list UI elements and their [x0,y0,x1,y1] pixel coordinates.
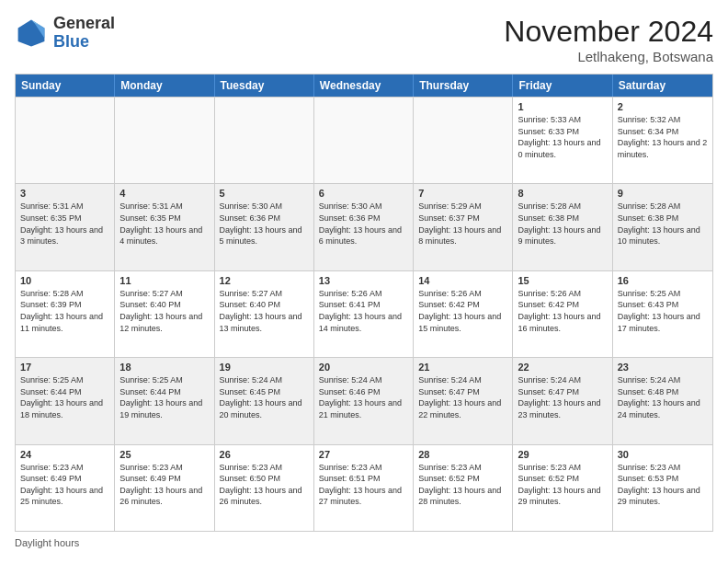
day-number: 18 [119,362,209,373]
day-info: Sunrise: 5:32 AM Sunset: 6:34 PM Dayligh… [618,114,708,160]
day-cell-11: 11Sunrise: 5:27 AM Sunset: 6:40 PM Dayli… [115,271,214,357]
day-number: 16 [618,275,708,286]
day-number: 5 [220,188,309,199]
day-info: Sunrise: 5:23 AM Sunset: 6:49 PM Dayligh… [119,462,209,508]
day-number: 1 [518,101,607,112]
day-cell-14: 14Sunrise: 5:26 AM Sunset: 6:42 PM Dayli… [414,271,513,357]
daylight-label: Daylight hours [15,537,79,548]
logo: General Blue [15,15,115,52]
day-info: Sunrise: 5:27 AM Sunset: 6:40 PM Dayligh… [220,288,309,334]
calendar-row-3: 17Sunrise: 5:25 AM Sunset: 6:44 PM Dayli… [16,357,712,443]
day-info: Sunrise: 5:23 AM Sunset: 6:51 PM Dayligh… [319,462,408,508]
day-number: 27 [319,449,408,460]
calendar: SundayMondayTuesdayWednesdayThursdayFrid… [15,74,713,532]
day-number: 9 [618,188,708,199]
page: General Blue November 2024 Letlhakeng, B… [0,0,728,563]
month-title: November 2024 [504,15,713,49]
day-info: Sunrise: 5:31 AM Sunset: 6:35 PM Dayligh… [20,201,109,247]
empty-cell [215,98,314,183]
day-number: 17 [20,362,109,373]
day-number: 15 [518,275,607,286]
day-number: 28 [418,449,507,460]
day-number: 30 [618,449,708,460]
empty-cell [115,98,214,183]
day-info: Sunrise: 5:26 AM Sunset: 6:42 PM Dayligh… [418,288,507,334]
day-cell-26: 26Sunrise: 5:23 AM Sunset: 6:50 PM Dayli… [215,445,314,531]
day-cell-12: 12Sunrise: 5:27 AM Sunset: 6:40 PM Dayli… [215,271,314,357]
day-cell-13: 13Sunrise: 5:26 AM Sunset: 6:41 PM Dayli… [314,271,414,357]
calendar-header-sunday: Sunday [16,75,115,97]
day-number: 22 [518,362,607,373]
day-cell-9: 9Sunrise: 5:28 AM Sunset: 6:38 PM Daylig… [613,184,712,270]
day-info: Sunrise: 5:24 AM Sunset: 6:48 PM Dayligh… [618,374,708,420]
day-info: Sunrise: 5:26 AM Sunset: 6:42 PM Dayligh… [518,288,607,334]
day-info: Sunrise: 5:26 AM Sunset: 6:41 PM Dayligh… [319,288,408,334]
day-info: Sunrise: 5:23 AM Sunset: 6:52 PM Dayligh… [518,462,607,508]
day-info: Sunrise: 5:28 AM Sunset: 6:38 PM Dayligh… [618,201,708,247]
day-number: 21 [418,362,507,373]
day-info: Sunrise: 5:30 AM Sunset: 6:36 PM Dayligh… [220,201,309,247]
calendar-header: SundayMondayTuesdayWednesdayThursdayFrid… [16,75,712,97]
day-cell-29: 29Sunrise: 5:23 AM Sunset: 6:52 PM Dayli… [513,445,612,531]
day-info: Sunrise: 5:29 AM Sunset: 6:37 PM Dayligh… [418,201,507,247]
day-number: 14 [418,275,507,286]
day-info: Sunrise: 5:28 AM Sunset: 6:38 PM Dayligh… [518,201,607,247]
calendar-row-2: 10Sunrise: 5:28 AM Sunset: 6:39 PM Dayli… [16,270,712,357]
day-cell-22: 22Sunrise: 5:24 AM Sunset: 6:47 PM Dayli… [513,358,612,443]
day-number: 24 [20,449,109,460]
day-cell-15: 15Sunrise: 5:26 AM Sunset: 6:42 PM Dayli… [513,271,612,357]
day-info: Sunrise: 5:25 AM Sunset: 6:44 PM Dayligh… [119,374,209,420]
day-info: Sunrise: 5:23 AM Sunset: 6:53 PM Dayligh… [618,462,708,508]
calendar-header-saturday: Saturday [613,75,712,97]
calendar-row-0: 1Sunrise: 5:33 AM Sunset: 6:33 PM Daylig… [16,97,712,183]
day-info: Sunrise: 5:31 AM Sunset: 6:35 PM Dayligh… [119,201,209,247]
day-cell-3: 3Sunrise: 5:31 AM Sunset: 6:35 PM Daylig… [16,184,115,270]
day-cell-16: 16Sunrise: 5:25 AM Sunset: 6:43 PM Dayli… [613,271,712,357]
location: Letlhakeng, Botswana [504,49,713,64]
day-cell-1: 1Sunrise: 5:33 AM Sunset: 6:33 PM Daylig… [513,98,612,183]
day-number: 19 [220,362,309,373]
day-cell-17: 17Sunrise: 5:25 AM Sunset: 6:44 PM Dayli… [16,358,115,443]
day-cell-25: 25Sunrise: 5:23 AM Sunset: 6:49 PM Dayli… [115,445,214,531]
day-info: Sunrise: 5:25 AM Sunset: 6:44 PM Dayligh… [20,374,109,420]
svg-marker-0 [18,19,45,46]
day-cell-23: 23Sunrise: 5:24 AM Sunset: 6:48 PM Dayli… [613,358,712,443]
day-cell-2: 2Sunrise: 5:32 AM Sunset: 6:34 PM Daylig… [613,98,712,183]
calendar-row-1: 3Sunrise: 5:31 AM Sunset: 6:35 PM Daylig… [16,183,712,270]
day-number: 8 [518,188,607,199]
day-cell-18: 18Sunrise: 5:25 AM Sunset: 6:44 PM Dayli… [115,358,214,443]
calendar-header-wednesday: Wednesday [314,75,414,97]
calendar-header-friday: Friday [513,75,612,97]
day-number: 26 [220,449,309,460]
day-info: Sunrise: 5:24 AM Sunset: 6:47 PM Dayligh… [518,374,607,420]
day-number: 12 [220,275,309,286]
day-cell-30: 30Sunrise: 5:23 AM Sunset: 6:53 PM Dayli… [613,445,712,531]
empty-cell [16,98,115,183]
day-number: 2 [618,101,708,112]
footer: Daylight hours [15,537,713,548]
day-info: Sunrise: 5:28 AM Sunset: 6:39 PM Dayligh… [20,288,109,334]
day-cell-6: 6Sunrise: 5:30 AM Sunset: 6:36 PM Daylig… [314,184,414,270]
day-cell-7: 7Sunrise: 5:29 AM Sunset: 6:37 PM Daylig… [414,184,513,270]
day-info: Sunrise: 5:25 AM Sunset: 6:43 PM Dayligh… [618,288,708,334]
day-cell-4: 4Sunrise: 5:31 AM Sunset: 6:35 PM Daylig… [115,184,214,270]
day-info: Sunrise: 5:33 AM Sunset: 6:33 PM Dayligh… [518,114,607,160]
day-cell-8: 8Sunrise: 5:28 AM Sunset: 6:38 PM Daylig… [513,184,612,270]
title-section: November 2024 Letlhakeng, Botswana [504,15,713,64]
day-info: Sunrise: 5:24 AM Sunset: 6:47 PM Dayligh… [418,374,507,420]
day-number: 10 [20,275,109,286]
day-number: 7 [418,188,507,199]
header: General Blue November 2024 Letlhakeng, B… [15,15,713,64]
day-cell-5: 5Sunrise: 5:30 AM Sunset: 6:36 PM Daylig… [215,184,314,270]
day-cell-28: 28Sunrise: 5:23 AM Sunset: 6:52 PM Dayli… [414,445,513,531]
day-cell-10: 10Sunrise: 5:28 AM Sunset: 6:39 PM Dayli… [16,271,115,357]
empty-cell [314,98,414,183]
logo-icon [15,17,48,50]
day-cell-24: 24Sunrise: 5:23 AM Sunset: 6:49 PM Dayli… [16,445,115,531]
day-number: 29 [518,449,607,460]
day-info: Sunrise: 5:24 AM Sunset: 6:45 PM Dayligh… [220,374,309,420]
day-cell-27: 27Sunrise: 5:23 AM Sunset: 6:51 PM Dayli… [314,445,414,531]
day-cell-20: 20Sunrise: 5:24 AM Sunset: 6:46 PM Dayli… [314,358,414,443]
day-info: Sunrise: 5:23 AM Sunset: 6:49 PM Dayligh… [20,462,109,508]
day-number: 20 [319,362,408,373]
